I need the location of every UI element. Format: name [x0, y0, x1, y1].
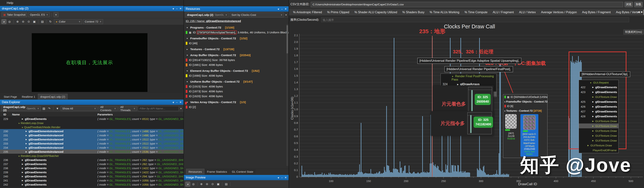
- api-call-row[interactable]: 235▶glDrawElementsInstanced( mode = GL_T…: [0, 150, 184, 154]
- laser-pointer-icon[interactable]: ◎: [7, 19, 12, 24]
- minimize-icon[interactable]: –: [176, 101, 178, 104]
- overlay-call-row[interactable]: ▶GUITexture.Draw: [579, 94, 618, 99]
- api-call-row[interactable]: 241▶glDrawElements( mode = GL_TRIANGLES;…: [0, 178, 184, 183]
- zoom-actual-icon[interactable]: ⊙: [210, 182, 215, 187]
- program-row[interactable]: ▦ ID [50/Hidden/UI/Default (UIShiny)]: [503, 94, 547, 99]
- api-call-row[interactable]: 231▶glDrawElementsInstanced( mode = GL_T…: [0, 133, 184, 137]
- threads-combo[interactable]: All Threads∨: [119, 106, 137, 111]
- chevron-down-icon[interactable]: ▼: [180, 107, 182, 110]
- color-mode-combo[interactable]: ◕ Color∨: [54, 19, 82, 24]
- pin-icon[interactable]: ➤: [172, 101, 175, 104]
- api-call-row[interactable]: 240▶glDrawElements( mode = GL_TRIANGLES;…: [0, 174, 184, 178]
- export-icon[interactable]: ▨: [42, 106, 46, 111]
- zoom-in-icon[interactable]: ⊕: [15, 19, 20, 24]
- doc-tab[interactable]: dragonCap1.sdp (2): [38, 94, 68, 99]
- resource-item[interactable]: ID [2814/710021] Size: 39768 bytes: [186, 58, 288, 62]
- color-wheel-icon[interactable]: ◕: [185, 182, 190, 187]
- overlay-call-row[interactable]: ▶GUITexture.Draw: [579, 128, 618, 133]
- resource-section[interactable]: ▾Uniform Buffer Objects - Context:72 [3/…: [186, 79, 288, 84]
- resource-item[interactable]: ID [1873] Size: 4096 bytes: [186, 89, 288, 94]
- resources-bottom-tab[interactable]: Resources: [186, 169, 204, 174]
- rotate-icon[interactable]: ↻: [48, 19, 53, 24]
- show-filter-combo[interactable]: Show All∨: [61, 106, 98, 111]
- pin-icon[interactable]: ➤: [172, 7, 175, 10]
- frame-preview-image[interactable]: 在职项目，无法展示: [32, 33, 148, 92]
- zoom-in-icon[interactable]: ⊕: [199, 182, 204, 187]
- minimize-icon[interactable]: –: [281, 8, 282, 10]
- resource-section[interactable]: ▾Programs - Context:72 [1/100]: [186, 25, 288, 30]
- api-call-row[interactable]: 233▶glDrawElementsInstanced( mode = GL_T…: [0, 141, 184, 146]
- zoom-out-icon[interactable]: ⊖: [204, 182, 210, 187]
- image-preview-titlebar[interactable]: Image Preview ➤ – ✕: [184, 175, 288, 180]
- resource-item[interactable]: ID [1690] Size: 4096 bytes: [186, 73, 288, 78]
- fbo-row[interactable]: ID [6]: [503, 104, 547, 108]
- resource-item[interactable]: ID [1915] Size: 4096 bytes: [186, 84, 288, 89]
- chevron-down-icon[interactable]: ▼: [285, 14, 287, 16]
- overlay-call-row[interactable]: 426▶glDrawElements: [579, 104, 618, 109]
- overlay-call-row[interactable]: 425▶glDrawElements: [579, 99, 618, 104]
- resource-item[interactable]: ID [1681] Size: 4096 bytes: [186, 62, 288, 67]
- resource-section[interactable]: ▾Vertex Array Objects - Context:72 [1/3]: [186, 100, 288, 105]
- data-explorer-titlebar[interactable]: Data Explorer ➤ – ✕: [0, 100, 184, 105]
- context-combo[interactable]: Context 72∨: [83, 19, 103, 24]
- add-view-button[interactable]: +: [54, 12, 58, 17]
- resources-scrollbar[interactable]: [286, 24, 288, 166]
- goto-icon[interactable]: ↷: [47, 106, 51, 111]
- minimize-icon[interactable]: –: [281, 176, 282, 179]
- api-call-row[interactable]: 230▶glDrawElementsInstanced( mode = GL_T…: [0, 129, 184, 133]
- resources-titlebar[interactable]: Resources ➤ – ✕: [184, 6, 288, 11]
- api-call-row[interactable]: 237▶glDrawElements( mode = GL_TRIANGLES;…: [0, 162, 184, 166]
- doc-tab[interactable]: Realtime 1: [20, 94, 38, 99]
- save-icon[interactable]: ▤: [40, 19, 45, 24]
- overlay-call-row[interactable]: 422▶glDrawElements: [579, 85, 618, 90]
- pin-icon[interactable]: ➤: [277, 176, 280, 179]
- menu-help[interactable]: Help: [7, 1, 13, 5]
- api-call-row[interactable]: 236▶glDrawElements( mode = GL_TRIANGLES;…: [0, 158, 184, 162]
- texture-thumb-1[interactable]: [307] 2x128 RGBA8: [505, 114, 517, 157]
- take-snapshot-button[interactable]: ▣ Take Snapshot: [2, 12, 27, 17]
- resources-bottom-tab[interactable]: GL Context State: [230, 169, 256, 174]
- pin-icon[interactable]: ➤: [277, 7, 280, 11]
- texture-thumb-2-selected[interactable]: [843/-sactx-0-204-8x2048-ASTC 6x6-MainFr…: [520, 114, 538, 157]
- api-call-row[interactable]: ▼ RenderLoop.DrawSRPBatcher: [0, 154, 184, 158]
- close-icon[interactable]: ✕: [284, 176, 287, 179]
- close-icon[interactable]: ✕: [180, 101, 182, 104]
- sort-combo[interactable]: Sort by Clocks Cost∨: [230, 12, 284, 17]
- resources-bottom-tab[interactable]: Frame Statistics: [205, 169, 230, 174]
- overlay-call-row[interactable]: PlayerEndOfFrame: [579, 148, 618, 153]
- api-combo[interactable]: OpenGL ES∨: [28, 12, 50, 17]
- doc-tab[interactable]: Start Page: [2, 94, 19, 99]
- overlay-call-row[interactable]: 428▶glDrawElements: [579, 114, 618, 119]
- api-call-row[interactable]: 232▶glDrawElementsInstanced( mode = GL_T…: [0, 137, 184, 141]
- overlay-call-row[interactable]: ▶GUITexture.Draw: [579, 138, 618, 143]
- laser-pointer-icon[interactable]: ◎: [191, 182, 196, 187]
- close-icon[interactable]: ✕: [180, 7, 182, 10]
- api-filter-input[interactable]: [138, 106, 179, 111]
- resource-item[interactable]: ID [46]: [186, 41, 288, 46]
- overlay-call-row[interactable]: ▶GUITexture.Draw: [579, 133, 618, 138]
- api-call-row[interactable]: ▼ QuadTreeBatchNode.Render: [0, 125, 184, 129]
- zoom-actual-icon[interactable]: ⊙: [26, 19, 31, 24]
- overlay-call-row[interactable]: ▶GUITexture.Draw: [579, 143, 618, 148]
- close-icon[interactable]: ✕: [284, 8, 287, 10]
- zoom-out-icon[interactable]: ⊖: [21, 19, 26, 24]
- api-call-row[interactable]: 234▶glDrawElementsInstanced( mode = GL_T…: [0, 146, 184, 150]
- resource-item[interactable]: ▦ID [79/SPGF/MicroSplat/Terrain], 3 Attr…: [186, 30, 288, 35]
- selected-call-link[interactable]: ID: 235 | Name: glDrawElementsInstanced: [184, 18, 288, 23]
- res-source-combo[interactable]: dragonCap1.sdp (2) OpenGL ∨: [185, 12, 229, 17]
- filter-funnel-icon[interactable]: ▼: [55, 106, 60, 111]
- overlay-call-row[interactable]: 427▶glDrawElements: [579, 109, 618, 114]
- overlay-call-row[interactable]: 423▶glDrawElements: [579, 90, 618, 94]
- save-icon[interactable]: ▤: [224, 182, 229, 187]
- fit-view-icon[interactable]: ▣: [32, 19, 37, 24]
- contexts-combo[interactable]: All Contexts∨: [98, 106, 118, 111]
- api-call-row[interactable]: ▼ RenderLoop.Draw: [0, 121, 184, 125]
- api-call-row[interactable]: 229▶glDrawElements( mode = GL_TRIANGLES;…: [0, 117, 184, 121]
- resource-section[interactable]: ▾Framebuffer Objects - Context:72 [1/32]: [186, 36, 288, 41]
- minimize-icon[interactable]: –: [176, 7, 178, 10]
- resource-item[interactable]: ID [1620] Size: 4096 bytes: [186, 94, 288, 99]
- overlay-call-row[interactable]: ▶GUITexture.Draw: [579, 119, 618, 124]
- resource-section[interactable]: ▾Array Buffer Objects - Context:72 [2/25…: [186, 53, 288, 58]
- capture-titlebar[interactable]: dragonCap1.sdp (2) ➤ – ✕: [0, 6, 184, 11]
- resource-section[interactable]: ▸Textures - Context:72 [13/728]: [186, 47, 288, 52]
